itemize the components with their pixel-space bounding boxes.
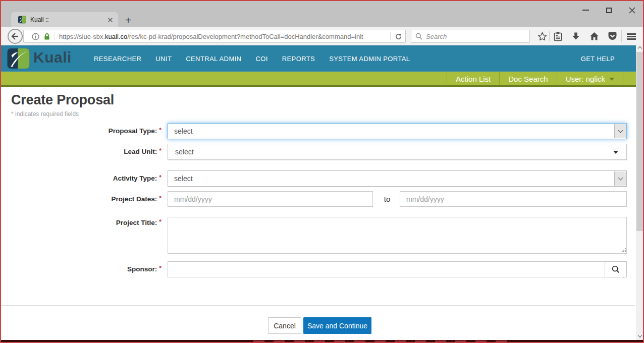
page-info-icon[interactable] — [32, 33, 39, 40]
chevron-down-icon — [618, 128, 623, 133]
sponsor-label: Sponsor:* — [1, 261, 162, 277]
reload-separator — [390, 32, 391, 40]
browser-tab[interactable]: Kuali :: — [11, 12, 118, 27]
kuali-favicon-icon — [18, 16, 26, 24]
required-asterisk: * — [159, 147, 162, 154]
project-end-date-input[interactable] — [400, 191, 627, 207]
window-controls — [581, 6, 636, 14]
toolbar-separator — [621, 30, 622, 42]
search-input[interactable] — [426, 33, 525, 40]
utility-bar: Action List Doc Search User: nglick — [1, 72, 636, 87]
window-close-button[interactable] — [628, 6, 636, 14]
project-title-label-text: Project Title: — [116, 219, 157, 226]
required-asterisk: * — [159, 265, 162, 272]
action-list-label: Action List — [456, 75, 491, 83]
new-tab-button[interactable]: + — [122, 14, 134, 26]
nav-item-central-admin[interactable]: CENTRAL ADMIN — [186, 55, 241, 63]
bottom-edge-pattern — [253, 340, 516, 343]
activity-type-dropdown-button[interactable] — [614, 172, 626, 186]
nav-item-researcher[interactable]: RESEARCHER — [94, 55, 141, 63]
sponsor-label-text: Sponsor: — [127, 265, 157, 273]
search-icon — [415, 33, 422, 40]
proposal-type-dropdown-button[interactable] — [614, 124, 626, 138]
lead-unit-label: Lead Unit:* — [1, 144, 162, 160]
nav-item-coi[interactable]: COI — [255, 55, 267, 63]
toolbar-separator — [549, 31, 550, 41]
browser-window: Kuali :: + — [0, 0, 644, 343]
downloads-icon[interactable] — [569, 30, 582, 43]
url-bar[interactable]: https://siue-sbx.kuali.co/res/kc-pd-krad… — [23, 30, 406, 43]
save-and-continue-button[interactable]: Save and Continue — [303, 317, 371, 334]
kuali-logo-icon[interactable] — [7, 48, 30, 69]
scroll-down-icon[interactable] — [636, 332, 644, 340]
menu-hamburger-icon[interactable] — [627, 30, 640, 43]
footer-divider — [1, 305, 635, 306]
utility-bar-end — [623, 72, 636, 85]
pocket-icon[interactable] — [606, 30, 619, 43]
proposal-type-select[interactable]: select — [168, 123, 627, 139]
user-menu-caret-icon — [609, 78, 614, 81]
required-asterisk: * — [159, 174, 162, 181]
required-asterisk: * — [159, 195, 162, 202]
doc-search-label: Doc Search — [508, 75, 548, 83]
caret-down-icon — [613, 151, 618, 154]
user-menu-label: User: nglick — [566, 75, 605, 83]
window-minimize-button[interactable] — [581, 6, 589, 14]
nav-item-reports[interactable]: REPORTS — [282, 55, 315, 63]
proposal-type-label: Proposal Type:* — [1, 123, 162, 139]
url-separator — [55, 32, 55, 40]
cancel-button[interactable]: Cancel — [268, 317, 301, 334]
doc-search-link[interactable]: Doc Search — [499, 72, 556, 85]
activity-type-label: Activity Type:* — [1, 170, 162, 187]
required-fields-note: * indicates required fields — [11, 110, 79, 118]
project-title-textarea[interactable] — [168, 217, 627, 254]
bookmarks-list-icon[interactable] — [551, 30, 564, 43]
tab-title: Kuali :: — [30, 16, 108, 23]
home-icon[interactable] — [587, 30, 601, 43]
app-header: Kuali RESEARCHER UNIT CENTRAL ADMIN COI … — [1, 45, 636, 72]
kuali-wordmark: Kuali — [33, 49, 72, 66]
activity-type-value: select — [174, 171, 193, 186]
get-help-link[interactable]: GET HELP — [581, 45, 615, 72]
reload-icon[interactable] — [395, 33, 402, 40]
lead-unit-dropdown[interactable]: select — [168, 144, 627, 160]
lead-unit-value: select — [175, 144, 194, 159]
required-asterisk: * — [159, 127, 162, 134]
activity-type-select[interactable]: select — [168, 170, 627, 187]
proposal-type-label-text: Proposal Type: — [109, 127, 157, 135]
url-path: /res/kc-pd-krad/proposalDevelopment?meth… — [127, 33, 363, 40]
sponsor-search-button[interactable] — [605, 261, 627, 277]
proposal-type-value: select — [174, 124, 193, 139]
nav-item-system-admin-portal[interactable]: SYSTEM ADMIN PORTAL — [329, 55, 410, 63]
scrollbar-thumb[interactable] — [636, 52, 643, 231]
bookmark-star-icon[interactable] — [535, 30, 549, 43]
project-dates-label: Project Dates:* — [1, 191, 162, 207]
dates-to-label: to — [379, 195, 396, 203]
activity-type-label-text: Activity Type: — [113, 175, 157, 182]
lead-unit-label-text: Lead Unit: — [124, 148, 157, 155]
back-button[interactable] — [8, 29, 23, 44]
url-domain: kuali.co — [105, 33, 127, 40]
vertical-scrollbar[interactable] — [636, 44, 644, 340]
page-title: Create Proposal — [11, 92, 114, 108]
search-icon — [612, 265, 620, 273]
scroll-up-icon[interactable] — [636, 44, 644, 51]
nav-item-unit[interactable]: UNIT — [155, 55, 172, 63]
sponsor-input[interactable] — [168, 261, 605, 277]
project-start-date-input[interactable] — [168, 191, 373, 207]
url-prefix: https://siue-sbx. — [59, 33, 105, 40]
main-content: Create Proposal * indicates required fie… — [1, 87, 636, 340]
chevron-down-icon — [618, 175, 623, 180]
required-asterisk: * — [159, 218, 162, 225]
project-title-label: Project Title:* — [1, 218, 162, 228]
app-nav: RESEARCHER UNIT CENTRAL ADMIN COI REPORT… — [94, 45, 410, 72]
window-maximize-button[interactable] — [605, 6, 613, 14]
project-dates-label-text: Project Dates: — [112, 195, 157, 203]
url-text: https://siue-sbx.kuali.co/res/kc-pd-krad… — [59, 33, 363, 40]
bottom-edge-strip — [1, 340, 643, 343]
tab-close-icon[interactable] — [108, 17, 113, 23]
action-list-link[interactable]: Action List — [447, 72, 499, 85]
https-lock-icon[interactable] — [43, 33, 50, 40]
user-menu[interactable]: User: nglick — [557, 72, 623, 85]
search-box[interactable] — [411, 30, 530, 43]
